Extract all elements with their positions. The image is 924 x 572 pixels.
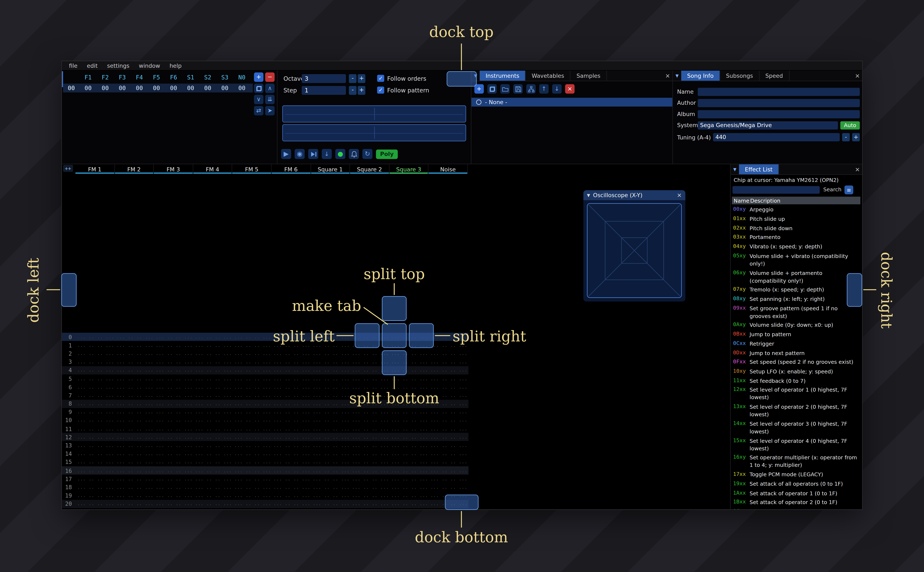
pattern-cell[interactable]: ... .. .. .... — [232, 351, 272, 356]
tuning-input[interactable]: 440 — [713, 133, 840, 141]
pattern-cell[interactable]: ... .. .. .... — [115, 376, 154, 381]
pattern-cell[interactable]: ... .. .. .... — [271, 384, 311, 390]
pattern-cell[interactable]: ... .. .. .... — [311, 443, 350, 448]
pattern-cell[interactable]: ... .. .. .... — [311, 359, 350, 364]
order-clone-end-button[interactable]: ⇊ — [265, 95, 274, 104]
pattern-cell[interactable]: ... .. .. .... — [75, 501, 115, 507]
pattern-cell[interactable]: ... .. .. .... — [311, 460, 350, 465]
step-input[interactable]: 1 — [302, 86, 346, 95]
pattern-cell[interactable]: ... .. .. .... — [428, 476, 468, 482]
step-minus-button[interactable]: - — [349, 86, 357, 95]
pattern-cell[interactable]: ... .. .. .... — [115, 393, 154, 398]
pattern-cell[interactable]: ... .. .. .... — [232, 368, 272, 373]
pattern-cell[interactable]: ... .. .. .... — [350, 476, 390, 482]
pattern-cell[interactable]: ... .. .. .... — [115, 493, 154, 498]
pattern-cell[interactable]: ... .. .. .... — [311, 384, 350, 390]
pattern-cell[interactable]: ... .. .. .... — [115, 384, 154, 390]
pattern-cell[interactable]: ... .. .. .... — [311, 409, 350, 415]
pattern-cell[interactable]: ... .. .. .... — [115, 468, 154, 473]
pattern-cell[interactable]: ... .. .. .... — [115, 426, 154, 431]
split-target-left[interactable] — [355, 323, 379, 348]
step-plus-button[interactable]: + — [358, 86, 366, 95]
pattern-cell[interactable]: ... .. .. .... — [271, 359, 311, 364]
pattern-cell[interactable]: ... .. .. .... — [115, 485, 154, 490]
pattern-cell[interactable]: ... .. .. .... — [154, 434, 193, 440]
pattern-cell[interactable]: ... .. .. .... — [232, 409, 272, 415]
pattern-cell[interactable]: ... .. .. .... — [154, 476, 193, 482]
pattern-cell[interactable]: ... .. .. .... — [390, 493, 429, 498]
pattern-cell[interactable]: ... .. .. .... — [154, 451, 193, 456]
effect-list-menu-button[interactable]: ≡ — [845, 185, 853, 194]
pattern-cell[interactable]: ... .. .. .... — [428, 368, 468, 373]
pattern-cell[interactable]: ... .. .. .... — [115, 460, 154, 465]
effect-row-1cxx[interactable]: 1CxxSet attack of operator 3 (0 to 1F) — [732, 507, 862, 510]
play-button[interactable]: ▶ — [281, 149, 291, 159]
pattern-cell[interactable]: ... .. .. .... — [350, 384, 390, 390]
order-cell[interactable]: 00 — [131, 85, 148, 92]
tab-song-info[interactable]: Song Info — [681, 71, 720, 81]
pattern-cell[interactable]: ... .. .. .... — [232, 384, 272, 390]
effect-row-09xx[interactable]: 09xxSet groove pattern (speed 1 if no gr… — [732, 304, 862, 321]
effect-row-08xy[interactable]: 08xySet panning (x: left; y: right) — [732, 295, 862, 304]
effect-row-02xx[interactable]: 02xxPitch slide down — [732, 224, 862, 233]
order-cell[interactable]: 00 — [165, 85, 182, 92]
pattern-cell[interactable]: ... .. .. .... — [428, 418, 468, 423]
pattern-cell[interactable]: ... .. .. .... — [311, 426, 350, 431]
effect-row-17xx[interactable]: 17xxToggle PCM mode (LEGACY) — [732, 470, 862, 480]
pattern-cell[interactable]: ... .. .. .... — [390, 376, 429, 381]
pattern-cell[interactable]: ... .. .. .... — [232, 451, 272, 456]
pattern-cell[interactable]: ... .. .. .... — [311, 393, 350, 398]
pattern-cell[interactable]: ... .. .. .... — [154, 384, 193, 390]
pattern-cell[interactable]: ... .. .. .... — [271, 485, 311, 490]
effect-row-0bxx[interactable]: 0BxxJump to pattern — [732, 330, 862, 339]
channel-header-fm-3[interactable]: FM 3 — [154, 164, 193, 174]
pattern-cell[interactable]: ... .. .. .... — [193, 384, 232, 390]
pattern-cell[interactable]: ... .. .. .... — [232, 418, 272, 423]
metronome-button[interactable] — [349, 149, 359, 159]
pattern-cell[interactable]: ... .. .. .... — [154, 368, 193, 373]
effect-row-19xx[interactable]: 19xxSet attack of all operators (0 to 1F… — [732, 480, 862, 489]
pattern-cell[interactable]: ... .. .. .... — [428, 468, 468, 473]
pattern-cell[interactable]: ... .. .. .... — [154, 493, 193, 498]
make-tab-target[interactable] — [382, 323, 407, 348]
pattern-cell[interactable]: ... .. .. .... — [154, 485, 193, 490]
pattern-cell[interactable]: ... .. .. .... — [193, 342, 232, 348]
tuning-plus-button[interactable]: + — [852, 133, 860, 141]
oscilloscope-titlebar[interactable]: ▼ Oscilloscope (X-Y) × — [583, 190, 685, 200]
pattern-cell[interactable]: ... .. .. .... — [311, 434, 350, 440]
pattern-cell[interactable]: ... .. .. .... — [75, 460, 115, 465]
pattern-cell[interactable]: ... .. .. .... — [428, 451, 468, 456]
menu-help[interactable]: help — [165, 61, 187, 70]
effect-row-16xy[interactable]: 16xySet operator multiplier (x: operator… — [732, 454, 862, 470]
pattern-cell[interactable]: ... .. .. .... — [75, 401, 115, 406]
pattern-cell[interactable]: ... .. .. .... — [193, 451, 232, 456]
dock-target-left[interactable] — [61, 273, 76, 307]
pattern-cell[interactable]: ... .. .. .... — [311, 418, 350, 423]
pattern-cell[interactable]: ... .. .. .... — [232, 401, 272, 406]
pattern-cell[interactable]: ... .. .. .... — [350, 434, 390, 440]
pattern-cell[interactable]: ... .. .. .... — [115, 401, 154, 406]
system-input[interactable]: Sega Genesis/Mega Drive — [698, 121, 838, 129]
pattern-cell[interactable]: ... .. .. .... — [193, 334, 232, 339]
dock-target-top[interactable] — [447, 71, 477, 87]
pattern-cell[interactable]: ... .. .. .... — [271, 351, 311, 356]
poly-toggle-button[interactable]: Poly — [376, 149, 398, 159]
instrument-move-up-button[interactable]: ↑ — [539, 84, 548, 94]
tab-instruments[interactable]: Instruments — [480, 71, 526, 81]
pattern-cell[interactable]: ... .. .. .... — [232, 359, 272, 364]
pattern-cell[interactable]: ... .. .. .... — [115, 501, 154, 507]
pattern-cell[interactable]: ... .. .. .... — [154, 418, 193, 423]
pattern-cell[interactable]: ... .. .. .... — [350, 493, 390, 498]
pattern-cell[interactable]: ... .. .. .... — [311, 485, 350, 490]
step-row-button[interactable]: ↓ — [322, 149, 332, 159]
pattern-cell[interactable]: ... .. .. .... — [428, 426, 468, 431]
pattern-cell[interactable]: ... .. .. .... — [271, 393, 311, 398]
pattern-cell[interactable]: ... .. .. .... — [271, 409, 311, 415]
pattern-cell[interactable]: ... .. .. .... — [75, 351, 115, 356]
effect-row-06xy[interactable]: 06xyVolume slide + portamento (compatibi… — [732, 269, 862, 286]
channel-header-fm-4[interactable]: FM 4 — [193, 164, 232, 174]
pattern-cell[interactable]: ... .. .. .... — [115, 434, 154, 440]
octave-minus-button[interactable]: - — [349, 74, 357, 83]
pattern-cell[interactable]: ... .. .. .... — [193, 393, 232, 398]
order-change-mode-button[interactable]: ⇄ — [254, 106, 263, 115]
